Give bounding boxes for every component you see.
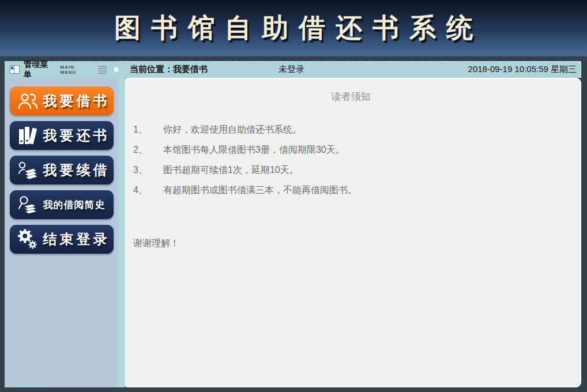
notice-item: 3、 图书超期可续借1次，延期10天。 xyxy=(133,164,569,176)
notice-item-number: 3、 xyxy=(133,164,163,176)
app-window: 图书馆自助借还书系统 管理菜单 MAIN MENU xyxy=(0,0,587,392)
datetime-display: 2018-09-19 10:05:59 星期三 xyxy=(468,64,577,75)
inner-window: 管理菜单 MAIN MENU 当前位置：我要借书 未登录 2018-09-19 … xyxy=(5,61,581,387)
notice-panel: 读者须知 1、 你好，欢迎使用自助借还书系统。 2、 本馆图书每人限借图书3册，… xyxy=(125,78,581,387)
sidebar-item-borrow[interactable]: 我要借书 xyxy=(10,86,114,115)
status-bar: 当前位置：我要借书 未登录 2018-09-19 10:05:59 星期三 xyxy=(118,61,581,78)
sidebar-item-renew[interactable]: 我要续借 xyxy=(10,156,114,184)
menu-header: 管理菜单 MAIN MENU xyxy=(5,61,118,78)
notice-title: 读者须知 xyxy=(133,90,569,103)
sidebar-item-label: 我要续借 xyxy=(43,161,110,179)
sidebar-footer-tab xyxy=(12,383,47,387)
notice-item: 1、 你好，欢迎使用自助借还书系统。 xyxy=(133,124,569,135)
sidebar: 我要借书 xyxy=(5,78,118,387)
notice-item-number: 1、 xyxy=(133,124,163,135)
notice-item: 2、 本馆图书每人限借图书3册，借阅期限30天。 xyxy=(133,144,569,156)
app-header: 图书馆自助借还书系统 xyxy=(0,0,587,56)
menu-title: 管理菜单 xyxy=(24,59,54,80)
divider-strip xyxy=(118,78,125,387)
window-icon xyxy=(10,65,20,74)
renew-book-icon xyxy=(17,160,38,180)
notice-item-text: 你好，欢迎使用自助借还书系统。 xyxy=(163,124,302,135)
top-bar: 管理菜单 MAIN MENU 当前位置：我要借书 未登录 2018-09-19 … xyxy=(5,61,581,78)
sidebar-item-label: 我的借阅简史 xyxy=(43,198,106,212)
logout-gear-icon xyxy=(17,229,38,250)
notice-footer: 谢谢理解！ xyxy=(133,238,569,250)
return-book-icon xyxy=(17,125,38,146)
notice-item-text: 有超期图书或图书借满三本，不能再借阅图书。 xyxy=(163,184,357,196)
sidebar-item-label: 我要借书 xyxy=(43,92,110,110)
history-icon xyxy=(17,194,38,215)
window-body: 我要借书 xyxy=(5,78,581,387)
hamburger-icon[interactable] xyxy=(98,66,107,74)
sidebar-item-history[interactable]: 我的借阅简史 xyxy=(10,190,114,219)
square-bullet-icon xyxy=(114,67,118,71)
notice-item-number: 2、 xyxy=(133,144,163,156)
notice-item: 4、 有超期图书或图书借满三本，不能再借阅图书。 xyxy=(133,184,569,196)
menu-subtitle: MAIN MENU xyxy=(61,65,91,75)
sidebar-item-label: 结束登录 xyxy=(43,230,110,248)
sidebar-item-logout[interactable]: 结束登录 xyxy=(10,225,114,254)
notice-list: 1、 你好，欢迎使用自助借还书系统。 2、 本馆图书每人限借图书3册，借阅期限3… xyxy=(133,124,569,196)
borrow-book-icon xyxy=(17,91,38,111)
login-status: 未登录 xyxy=(279,64,304,75)
notice-item-number: 4、 xyxy=(133,184,163,196)
breadcrumb: 当前位置：我要借书 xyxy=(130,64,208,75)
main-frame: 管理菜单 MAIN MENU 当前位置：我要借书 未登录 2018-09-19 … xyxy=(0,56,587,392)
sidebar-item-return[interactable]: 我要还书 xyxy=(10,121,114,150)
app-title: 图书馆自助借还书系统 xyxy=(104,10,483,46)
notice-item-text: 图书超期可续借1次，延期10天。 xyxy=(163,164,299,176)
notice-item-text: 本馆图书每人限借图书3册，借阅期限30天。 xyxy=(163,144,345,156)
sidebar-item-label: 我要还书 xyxy=(43,126,110,145)
